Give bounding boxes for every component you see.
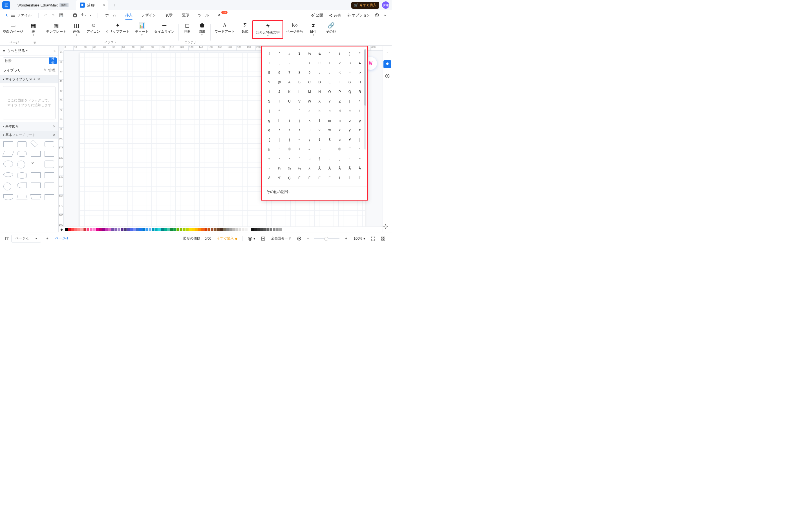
symbol-cell[interactable]: Ê [315,173,325,183]
symbol-cell[interactable]: @ [274,77,285,87]
symbol-cell[interactable]: ! [264,49,274,58]
symbol-cell[interactable]: ^ [274,106,285,116]
color-swatch[interactable] [257,228,260,231]
symbol-cell[interactable]: ¶ [315,154,325,164]
symbol-cell[interactable]: F [335,77,345,87]
undo-button[interactable]: ↶ [42,11,49,19]
color-swatch[interactable] [96,228,99,231]
symbol-cell[interactable]: À [315,164,325,173]
color-swatch[interactable] [242,228,245,231]
symbol-cell[interactable]: Ì [335,173,345,183]
symbol-cell[interactable]: S [264,97,274,106]
symbol-cell[interactable]: C [305,77,315,87]
redo-button[interactable]: ↷ [49,11,57,19]
symbol-cell[interactable]: g [264,116,274,125]
color-swatch[interactable] [146,228,148,231]
symbol-cell[interactable]: ° [355,145,365,154]
symbol-cell[interactable]: q [264,125,274,135]
symbol-cell[interactable]: L [294,87,305,97]
shape-parallel[interactable] [2,151,14,157]
symbol-cell[interactable]: b [315,106,325,116]
symbol-cell[interactable]: ] [264,106,274,116]
ribbon-クリップアート[interactable]: ✦クリップアート [103,22,132,34]
color-swatch[interactable] [108,228,111,231]
basic-shapes-section[interactable]: ▸ 基本図形 ✕ [0,122,58,131]
ribbon-数式[interactable]: Σ数式 [238,22,252,34]
top-tab-4[interactable]: 図形 [177,10,193,20]
shape-diamond[interactable] [31,140,38,147]
symbol-cell[interactable]: Î [355,173,365,183]
symbol-cell[interactable]: A [284,77,294,87]
shape-actor[interactable]: ☺ [31,161,39,168]
color-swatch[interactable] [114,228,117,231]
symbol-cell[interactable]: ( [335,49,345,58]
color-swatch[interactable] [93,228,96,231]
search-button[interactable]: 検索 [49,57,57,64]
symbol-cell[interactable]: Æ [274,173,285,183]
ribbon-記号と特殊文字[interactable]: #記号と特殊文字▾ [252,20,283,39]
symbol-cell[interactable]: % [305,49,315,58]
shape-rect[interactable] [3,142,13,147]
canvas[interactable]: 0102030405060708090100110120130140150160… [59,46,383,232]
color-swatch[interactable] [105,228,108,231]
shape-wave[interactable] [3,194,13,200]
manage-label[interactable]: 管理 [48,68,56,73]
symbol-cell[interactable]: ? [264,77,274,87]
symbol-cell[interactable]: ¤ [335,135,345,145]
color-swatch[interactable] [263,228,266,231]
symbol-cell[interactable]: ´ [294,154,305,164]
shape-capsule[interactable] [17,151,27,157]
symbol-cell[interactable]: 4 [355,58,365,68]
symbol-cell[interactable]: § [264,145,274,154]
symbol-cell[interactable]: 5 [264,68,274,77]
shape-ellipse[interactable] [3,161,13,167]
top-tab-1[interactable]: 挿入 [121,10,137,20]
buy-button[interactable]: 🛒 今すぐ購入 [351,2,379,9]
shape-trap[interactable] [16,195,28,200]
color-swatch[interactable] [180,228,183,231]
fit-button[interactable] [368,236,378,241]
color-swatch[interactable] [127,228,130,231]
color-swatch[interactable] [226,228,229,231]
symbol-cell[interactable]: r [274,125,285,135]
symbol-cell[interactable]: M [305,87,315,97]
color-swatch[interactable] [269,228,272,231]
remove-icon[interactable]: ✕ [37,77,40,81]
ribbon-ページ番号[interactable]: №ページ番号 [283,22,306,34]
symbol-cell[interactable]: j [294,116,305,125]
symbol-cell[interactable]: - [284,58,294,68]
color-swatch[interactable] [161,228,164,231]
color-swatch[interactable] [68,228,71,231]
user-avatar[interactable]: 伊織 [382,1,389,9]
color-swatch[interactable] [248,228,251,231]
symbol-cell[interactable]: Z [335,97,345,106]
color-swatch[interactable] [266,228,269,231]
symbol-cell[interactable]: ¸ [335,154,345,164]
symbol-cell[interactable]: ¼ [274,164,285,173]
color-swatch[interactable] [254,228,257,231]
shape-rect2[interactable] [31,151,41,157]
symbol-cell[interactable]: h [274,116,285,125]
symbol-cell[interactable]: ª [294,145,305,154]
symbol-cell[interactable]: = [345,68,355,77]
symbol-cell[interactable]: U [284,97,294,106]
ribbon-容器[interactable]: ◻容器 [180,22,195,34]
color-swatch[interactable] [214,228,216,231]
symbol-cell[interactable]: . [294,58,305,68]
shape-circle[interactable] [17,161,25,168]
color-swatch[interactable] [158,228,161,231]
symbol-cell[interactable]: i [284,116,294,125]
symbol-cell[interactable]: 7 [284,68,294,77]
symbol-cell[interactable]: ® [335,145,345,154]
symbol-cell[interactable]: È [294,173,305,183]
symbol-cell[interactable]: « [305,145,315,154]
symbol-cell[interactable]: Y [324,97,335,106]
color-swatch[interactable] [260,228,263,231]
symbol-cell[interactable]: t [294,125,305,135]
more-dropdown[interactable]: ▾ [87,11,95,19]
shape-cyl[interactable] [17,172,27,179]
ribbon-表[interactable]: ▦表▾ [26,22,41,36]
color-swatch[interactable] [204,228,207,231]
symbol-cell[interactable]: } [284,135,294,145]
symbol-cell[interactable]: + [264,58,274,68]
